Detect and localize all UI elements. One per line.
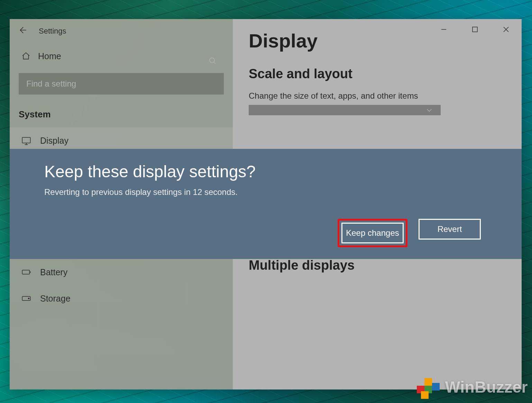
sidebar-item-label: Storage: [40, 294, 71, 304]
back-arrow-icon[interactable]: [18, 26, 27, 37]
titlebar: Settings: [10, 19, 233, 43]
battery-icon: [21, 267, 31, 277]
sidebar-item-label: Display: [40, 136, 68, 146]
window-controls: [428, 19, 522, 40]
section-heading-scale: Scale and layout: [249, 66, 506, 81]
scale-label: Change the size of text, apps, and other…: [249, 91, 506, 101]
home-label: Home: [38, 51, 61, 61]
search-icon: [209, 57, 217, 65]
search-container: [10, 69, 233, 98]
svg-point-0: [210, 58, 214, 63]
sidebar-item-storage[interactable]: Storage: [10, 285, 233, 312]
chevron-down-icon: [425, 106, 433, 114]
section-heading-multiple: Multiple displays: [249, 258, 506, 273]
sidebar-item-battery[interactable]: Battery: [10, 259, 233, 285]
revert-label: Revert: [438, 224, 462, 234]
highlight-ring: Keep changes: [338, 219, 407, 247]
svg-point-6: [28, 298, 29, 299]
keep-changes-button[interactable]: Keep changes: [341, 223, 404, 243]
svg-rect-4: [22, 270, 29, 274]
sidebar-item-label: Battery: [40, 267, 67, 277]
home-icon: [21, 52, 30, 61]
svg-rect-1: [22, 137, 30, 143]
keep-display-settings-dialog: Keep these display settings? Reverting t…: [10, 149, 522, 259]
watermark-logo-icon: [415, 376, 440, 398]
display-icon: [21, 136, 31, 145]
watermark: WinBuzzer: [415, 376, 528, 398]
dialog-title: Keep these display settings?: [44, 162, 487, 181]
minimize-button[interactable]: [428, 19, 459, 40]
dialog-buttons: Keep changes Revert: [44, 219, 487, 247]
scale-dropdown[interactable]: [249, 105, 441, 115]
revert-button[interactable]: Revert: [419, 219, 481, 240]
storage-icon: [21, 294, 31, 303]
search-input[interactable]: [19, 73, 224, 95]
maximize-button[interactable]: [459, 19, 490, 40]
watermark-text: WinBuzzer: [445, 378, 528, 396]
dialog-message: Reverting to previous display settings i…: [44, 187, 487, 197]
svg-rect-7: [473, 27, 477, 32]
sidebar-item-home[interactable]: Home: [10, 43, 233, 69]
close-button[interactable]: [490, 19, 522, 40]
sidebar-category: System: [10, 98, 233, 127]
keep-changes-label: Keep changes: [346, 228, 399, 238]
window-title: Settings: [39, 27, 66, 36]
